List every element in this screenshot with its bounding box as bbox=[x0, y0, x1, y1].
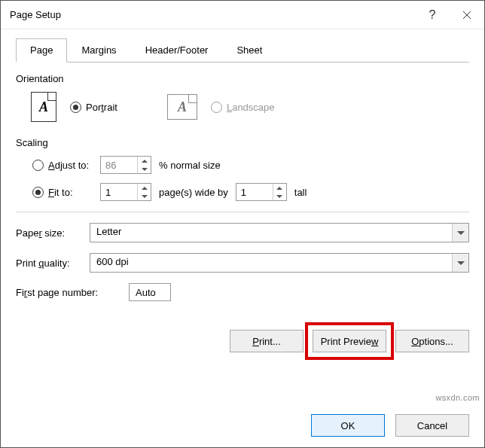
dialog-body: Page Margins Header/Footer Sheet Orienta… bbox=[1, 29, 484, 363]
spinner-down-icon[interactable] bbox=[138, 165, 151, 173]
paper-size-select[interactable]: Letter bbox=[90, 223, 469, 242]
paper-size-label: Paper size: bbox=[16, 227, 90, 239]
svg-marker-9 bbox=[457, 261, 465, 265]
titlebar-controls: ? bbox=[415, 1, 484, 29]
svg-marker-8 bbox=[457, 231, 465, 235]
fit-tall-suffix: tall bbox=[294, 187, 307, 198]
tab-header-footer[interactable]: Header/Footer bbox=[131, 38, 223, 62]
adjust-to-suffix: % normal size bbox=[159, 160, 221, 171]
svg-marker-4 bbox=[142, 187, 148, 190]
scaling-label: Scaling bbox=[16, 137, 469, 148]
orientation-group: A Portrait A Landscape bbox=[16, 92, 469, 122]
first-page-number-label: First page number: bbox=[16, 287, 121, 298]
svg-marker-6 bbox=[276, 187, 282, 190]
scaling-group: Adjust to: % normal size Fit to: bbox=[16, 156, 469, 201]
fit-wide-value[interactable] bbox=[101, 184, 137, 200]
paper-size-value: Letter bbox=[90, 224, 452, 242]
tab-margins[interactable]: Margins bbox=[67, 38, 130, 62]
fit-tall-spinner[interactable] bbox=[236, 183, 287, 201]
adjust-to-spinner[interactable] bbox=[100, 156, 151, 174]
landscape-radio[interactable]: Landscape bbox=[211, 102, 275, 113]
fit-wide-suffix: page(s) wide by bbox=[159, 187, 228, 198]
spinner-up-icon[interactable] bbox=[273, 184, 286, 192]
print-quality-value: 600 dpi bbox=[90, 254, 452, 272]
tab-sheet[interactable]: Sheet bbox=[222, 38, 276, 62]
orientation-label: Orientation bbox=[16, 73, 469, 84]
spinner-down-icon[interactable] bbox=[273, 192, 286, 200]
tab-page[interactable]: Page bbox=[16, 38, 67, 62]
adjust-to-radio[interactable]: Adjust to: bbox=[32, 160, 89, 171]
portrait-radio[interactable]: Portrait bbox=[70, 102, 117, 113]
fit-to-radio[interactable]: Fit to: bbox=[32, 187, 73, 198]
landscape-icon: A bbox=[167, 94, 197, 120]
svg-marker-2 bbox=[142, 160, 148, 163]
dialog-footer: OK Cancel bbox=[311, 414, 469, 437]
chevron-down-icon[interactable] bbox=[452, 254, 468, 272]
print-quality-select[interactable]: 600 dpi bbox=[90, 253, 469, 273]
spinner-up-icon[interactable] bbox=[138, 157, 151, 165]
page-setup-dialog: Page Setup ? Page Margins Header/Footer … bbox=[0, 0, 485, 448]
ok-button[interactable]: OK bbox=[311, 414, 385, 437]
title-bar: Page Setup ? bbox=[1, 1, 484, 29]
tab-strip: Page Margins Header/Footer Sheet bbox=[16, 38, 469, 62]
print-button[interactable]: Print... bbox=[230, 330, 304, 352]
print-quality-label: Print quality: bbox=[16, 258, 90, 269]
svg-marker-7 bbox=[276, 195, 282, 198]
help-button[interactable]: ? bbox=[415, 1, 450, 29]
chevron-down-icon[interactable] bbox=[452, 224, 468, 242]
dialog-title: Page Setup bbox=[10, 9, 415, 20]
cancel-button[interactable]: Cancel bbox=[395, 414, 469, 437]
spinner-up-icon[interactable] bbox=[138, 184, 151, 192]
svg-marker-5 bbox=[142, 195, 148, 198]
first-page-number-input[interactable]: Auto bbox=[129, 283, 171, 301]
adjust-to-value[interactable] bbox=[101, 157, 137, 173]
svg-marker-3 bbox=[142, 168, 148, 171]
portrait-icon: A bbox=[31, 92, 56, 122]
watermark-text: wsxdn.com bbox=[435, 393, 480, 402]
options-button[interactable]: Options... bbox=[395, 330, 469, 352]
spinner-down-icon[interactable] bbox=[138, 192, 151, 200]
fit-wide-spinner[interactable] bbox=[100, 183, 151, 201]
action-buttons: Print... Print Preview Options... bbox=[16, 330, 469, 352]
close-button[interactable] bbox=[450, 1, 484, 29]
fit-tall-value[interactable] bbox=[236, 184, 273, 200]
print-preview-button[interactable]: Print Preview bbox=[313, 330, 386, 352]
